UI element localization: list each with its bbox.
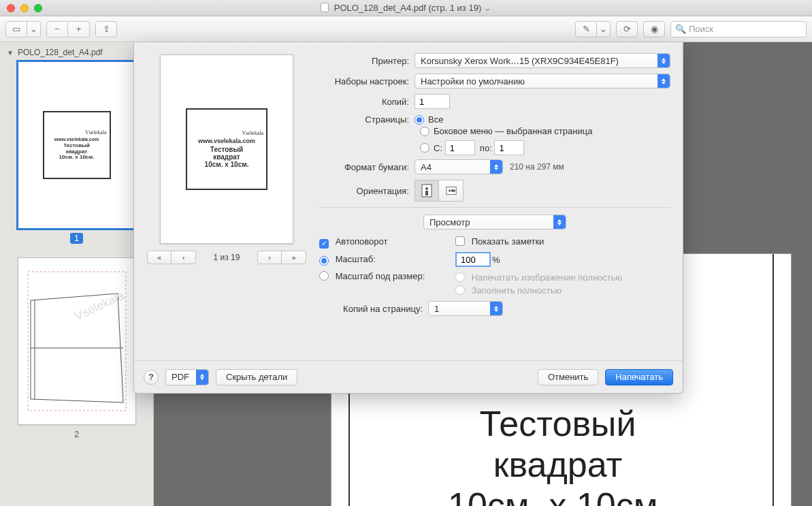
fit-fill-text: Заполнить полностью	[472, 285, 562, 296]
thumbnails-sidebar: ▼ POLO_128_det_A4.pdf Vselekala www.vsel…	[0, 42, 154, 506]
document-icon	[321, 3, 329, 12]
preview-prev-button[interactable]: ‹	[172, 251, 196, 264]
pages-to-input[interactable]	[494, 140, 524, 155]
preview-next-button[interactable]: ›	[257, 251, 282, 264]
doc-text-line1: Тестовый	[344, 403, 771, 444]
scale-label-text: Масштаб:	[336, 254, 376, 264]
markup-button[interactable]: ◉	[643, 21, 665, 37]
svg-rect-9	[451, 189, 455, 191]
pages-range-radio[interactable]	[420, 143, 429, 153]
disclosure-triangle-icon[interactable]: ▼	[7, 49, 14, 57]
scale-unit: %	[492, 255, 500, 265]
zoom-out-button[interactable]: −	[46, 21, 68, 37]
fit-print-full-radio	[455, 272, 465, 282]
orientation-portrait-button[interactable]	[415, 180, 439, 202]
print-button[interactable]: Напечатать	[605, 369, 673, 385]
help-button[interactable]: ?	[144, 370, 159, 385]
scale-radio[interactable]	[319, 256, 329, 266]
highlight-button[interactable]: ✎	[575, 21, 597, 37]
doc-text-line2: квадрат	[344, 444, 771, 485]
show-notes-text: Показать заметки	[472, 236, 545, 247]
share-button[interactable]: ⇪	[95, 21, 117, 37]
svg-point-8	[449, 189, 451, 191]
copies-label: Копий:	[319, 97, 415, 107]
preview-page-indicator: 1 из 19	[210, 253, 244, 262]
orientation-label: Ориентация:	[319, 186, 415, 196]
presets-select[interactable]: Настройки по умолчанию	[415, 74, 670, 89]
doc-text-line3: 10см. x 10см.	[344, 485, 771, 506]
fit-print-full-text: Напечатать изображение полностью	[472, 272, 623, 283]
svg-rect-6	[425, 191, 428, 195]
sidebar-menu-button[interactable]: ⌄	[27, 21, 41, 37]
window-title: POLO_128_det_A4.pdf (стр. 1 из 19) ⌄	[0, 3, 812, 13]
presets-label: Наборы настроек:	[319, 76, 415, 86]
preview-last-button[interactable]: »	[282, 251, 306, 264]
search-icon: 🔍	[675, 24, 686, 34]
search-input[interactable]: 🔍 Поиск	[670, 21, 807, 37]
orientation-landscape-button[interactable]	[439, 180, 464, 202]
pdf-menu[interactable]: PDF	[165, 369, 209, 385]
pages-from-input[interactable]	[445, 140, 475, 155]
print-preview-page: Vselekala www.vselekala.com Тестовый ква…	[160, 54, 293, 244]
pages-from-label: С:	[434, 143, 442, 153]
copies-per-page-label: Копий на страницу:	[319, 304, 428, 314]
sidebar-file-header[interactable]: ▼ POLO_128_det_A4.pdf	[0, 46, 153, 61]
page-thumbnail-2[interactable]: Vselekala	[18, 257, 136, 425]
sidebar-toggle-button[interactable]: ▭	[5, 21, 27, 37]
zoom-in-button[interactable]: +	[68, 21, 90, 37]
cancel-button[interactable]: Отменить	[538, 369, 598, 385]
pages-all-text: Все	[428, 114, 443, 125]
thumb-brand: Vselekala	[85, 129, 107, 136]
pages-label: Страницы:	[319, 114, 415, 125]
preview-first-button[interactable]: «	[147, 251, 172, 264]
paper-label: Формат бумаги:	[319, 162, 415, 172]
scale-input[interactable]	[455, 252, 491, 267]
fit-label-text: Масштаб под размер:	[336, 271, 425, 281]
thumb-text: Тестовый квадрат 10см. x 10см.	[59, 143, 95, 161]
pages-all-radio[interactable]	[415, 115, 424, 125]
highlight-menu-button[interactable]: ⌄	[597, 21, 611, 37]
toolbar: ▭ ⌄ − + ⇪ ✎ ⌄ ⟳ ◉ 🔍 Поиск	[0, 16, 812, 42]
hide-details-button[interactable]: Скрыть детали	[216, 369, 297, 385]
page-thumbnail-1[interactable]: Vselekala www.vselekala.com Тестовый ква…	[18, 61, 136, 229]
printer-label: Принтер:	[319, 56, 415, 66]
pages-sidebar-radio[interactable]	[420, 127, 429, 136]
print-dialog: Vselekala www.vselekala.com Тестовый ква…	[133, 42, 683, 394]
fit-fill-radio	[455, 285, 465, 295]
page-number-badge: 1	[70, 233, 83, 244]
thumb-url: www.vselekala.com	[54, 137, 99, 142]
page-number-label: 2	[70, 429, 83, 440]
svg-point-5	[425, 187, 428, 190]
paper-dimensions-text: 210 на 297 мм	[510, 162, 564, 172]
fit-radio[interactable]	[319, 271, 329, 281]
titlebar: POLO_128_det_A4.pdf (стр. 1 из 19) ⌄	[0, 0, 812, 16]
app-options-select[interactable]: Просмотр	[423, 215, 566, 230]
autorotate-text: Автоповорот	[336, 236, 388, 247]
printer-select[interactable]: Korsunsky Xerox Work…15 (XRX9C934E45E81F…	[415, 53, 670, 68]
copies-input[interactable]	[415, 94, 450, 109]
paper-size-select[interactable]: A4	[415, 159, 503, 174]
pages-to-label: по:	[480, 143, 492, 153]
pages-sidebar-text: Боковое меню — выбранная страница	[434, 126, 592, 136]
copies-per-page-select[interactable]: 1	[428, 301, 503, 316]
rotate-button[interactable]: ⟳	[616, 21, 638, 37]
show-notes-checkbox[interactable]	[455, 236, 465, 246]
autorotate-checkbox[interactable]	[319, 239, 329, 249]
